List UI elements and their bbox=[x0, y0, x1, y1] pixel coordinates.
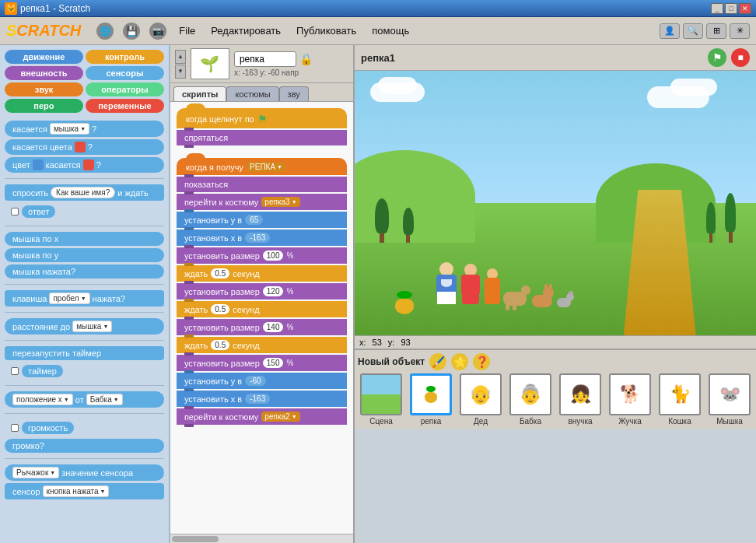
block-set-size4[interactable]: установить размер 150 % bbox=[177, 355, 347, 371]
block-set-size1[interactable]: установить размер 100 % bbox=[177, 247, 347, 264]
block-timer-row[interactable]: таймер bbox=[5, 363, 164, 380]
sprite-item-vnuchka[interactable]: 👧 внучка bbox=[557, 373, 604, 426]
block-touching-color[interactable]: касается цвета ? bbox=[5, 139, 164, 155]
add-sprite-paint-btn[interactable]: 🖌️ bbox=[429, 353, 446, 370]
block-volume-row[interactable]: громкость bbox=[5, 419, 164, 436]
sprite-item-repka[interactable]: репка bbox=[408, 373, 454, 426]
block-hide[interactable]: спрятаться bbox=[177, 130, 347, 145]
block-mouse-down[interactable]: мышка нажата? bbox=[5, 264, 164, 279]
maximize-button[interactable]: □ bbox=[725, 3, 737, 14]
block-switch-costume1[interactable]: перейти к костюму репка3 ▼ bbox=[177, 194, 347, 210]
block-slider-sensor[interactable]: Рычажок ▼ значение сенсора bbox=[5, 464, 164, 481]
star-icon[interactable]: ✳ bbox=[730, 23, 750, 39]
volume-reporter[interactable]: громкость bbox=[22, 422, 74, 434]
block-color-touching[interactable]: цвет касается ? bbox=[5, 157, 164, 173]
block-mouse-y[interactable]: мышка по y bbox=[5, 248, 164, 262]
globe-icon[interactable]: 🌐 bbox=[96, 23, 114, 40]
file-menu[interactable]: File bbox=[176, 23, 198, 38]
answer-reporter[interactable]: ответ bbox=[22, 205, 55, 218]
green-flag-button[interactable]: ⚑ bbox=[708, 48, 726, 67]
ask-input[interactable]: Как ваше имя? bbox=[51, 187, 115, 198]
char-vnuchka bbox=[483, 268, 502, 309]
costume-drop1[interactable]: репка3 ▼ bbox=[261, 197, 299, 207]
event-hat-flag[interactable]: когда щелкнут по ⚑ bbox=[177, 108, 347, 128]
sprite-item-koshka[interactable]: 🐈 Кошка bbox=[656, 373, 703, 426]
attr-sprite-dropdown[interactable]: Бабка ▼ bbox=[86, 394, 123, 405]
block-attribute-of[interactable]: положение x ▼ от Бабка ▼ bbox=[5, 391, 164, 408]
block-ask[interactable]: спросить Как ваше имя? и ждать bbox=[5, 184, 164, 201]
scene-item[interactable]: Сцена bbox=[358, 373, 404, 426]
sprite-item-babka[interactable]: 👵 Бабка bbox=[507, 373, 554, 426]
hscroll-thumb[interactable] bbox=[172, 536, 219, 542]
zoom-icon[interactable]: 🔍 bbox=[683, 23, 703, 39]
sprite-item-myshka[interactable]: 🐭 Мышка bbox=[706, 373, 753, 426]
timer-checkbox[interactable] bbox=[11, 367, 19, 375]
sprite-item-zhuchka[interactable]: 🐕 Жучка bbox=[607, 373, 653, 426]
expand-up-btn[interactable]: ▲ bbox=[175, 50, 186, 64]
category-pen[interactable]: перо bbox=[5, 99, 83, 113]
block-key-pressed[interactable]: клавиша пробел ▼ нажата? bbox=[5, 290, 164, 307]
block-set-size3[interactable]: установить размер 140 % bbox=[177, 319, 347, 335]
category-motion[interactable]: движение bbox=[5, 50, 83, 64]
tab-scripts[interactable]: скрипты bbox=[173, 86, 227, 101]
add-sprite-star-btn[interactable]: ⭐ bbox=[451, 353, 468, 370]
block-set-x1[interactable]: установить x в -163 bbox=[177, 229, 347, 246]
event-hat-receive[interactable]: когда я получу РЕПКА ▼ bbox=[177, 158, 347, 175]
scripts-hscroll[interactable] bbox=[170, 534, 353, 543]
block-show[interactable]: показаться bbox=[177, 177, 347, 192]
slider-dropdown[interactable]: Рычажок ▼ bbox=[12, 467, 59, 478]
window-title: репка1 - Scratch bbox=[20, 3, 711, 14]
block-answer[interactable]: ответ bbox=[5, 203, 164, 220]
layout-icon[interactable]: ⊞ bbox=[706, 23, 726, 39]
expand-down-btn[interactable]: ▼ bbox=[175, 65, 186, 79]
user-icon[interactable]: 👤 bbox=[660, 23, 680, 39]
attr-dropdown[interactable]: положение x ▼ bbox=[12, 394, 73, 405]
zhuchka-name: Жучка bbox=[618, 417, 642, 426]
block-wait3[interactable]: ждать 0.5 секунд bbox=[177, 337, 347, 353]
block-touching[interactable]: касается мышка ▼ ? bbox=[5, 121, 164, 137]
category-variables[interactable]: переменные bbox=[86, 99, 164, 113]
receive-dropdown[interactable]: РЕПКА ▼ bbox=[247, 162, 285, 172]
save-icon[interactable]: 💾 bbox=[123, 23, 140, 40]
block-set-y2[interactable]: установить y в -60 bbox=[177, 373, 347, 389]
block-switch-costume2[interactable]: перейти к костюму репка2 ▼ bbox=[177, 408, 347, 425]
block-set-x2[interactable]: установить x в -163 bbox=[177, 391, 347, 407]
share-menu[interactable]: Публиковать bbox=[293, 23, 359, 38]
block-loud[interactable]: громко? bbox=[5, 439, 164, 453]
sprite-name-input[interactable] bbox=[234, 51, 296, 67]
block-sensor-button[interactable]: сенсор кнопка нажата ▼ bbox=[5, 483, 164, 499]
category-sound[interactable]: звук bbox=[5, 82, 83, 96]
tab-sounds[interactable]: зву bbox=[279, 86, 309, 101]
block-set-y1[interactable]: установить y в 65 bbox=[177, 212, 347, 228]
touching-dropdown[interactable]: мышка ▼ bbox=[50, 123, 89, 135]
sensor-btn-dropdown[interactable]: кнопка нажата ▼ bbox=[43, 485, 110, 497]
scripts-canvas[interactable]: когда щелкнут по ⚑ спрятаться когда я по… bbox=[170, 102, 353, 534]
block-distance[interactable]: расстояние до мышка ▼ bbox=[5, 318, 164, 335]
answer-checkbox[interactable] bbox=[11, 208, 19, 215]
tab-costumes[interactable]: костюмы bbox=[226, 86, 278, 101]
minimize-button[interactable]: _ bbox=[711, 3, 723, 14]
photo-icon[interactable]: 📷 bbox=[149, 23, 166, 40]
distance-dropdown[interactable]: мышка ▼ bbox=[72, 321, 112, 332]
category-sensing[interactable]: сенсоры bbox=[86, 66, 164, 80]
block-mouse-x[interactable]: мышка по x bbox=[5, 232, 164, 246]
add-sprite-help-btn[interactable]: ❓ bbox=[473, 353, 490, 370]
costume-drop2[interactable]: репка2 ▼ bbox=[261, 412, 299, 422]
block-reset-timer[interactable]: перезапустить таймер bbox=[5, 346, 164, 360]
category-control[interactable]: контроль bbox=[86, 50, 164, 64]
category-looks[interactable]: внешность bbox=[5, 66, 83, 80]
sprite-item-ded[interactable]: 👴 Дед bbox=[457, 373, 504, 426]
block-wait2[interactable]: ждать 0.5 секунд bbox=[177, 301, 347, 317]
x-val2: -163 bbox=[245, 394, 270, 404]
category-operators[interactable]: операторы bbox=[86, 82, 164, 96]
key-dropdown[interactable]: пробел ▼ bbox=[49, 293, 89, 304]
tree-right1 bbox=[725, 193, 736, 243]
edit-menu[interactable]: Редактировать bbox=[208, 23, 284, 38]
block-set-size2[interactable]: установить размер 120 % bbox=[177, 283, 347, 300]
volume-checkbox[interactable] bbox=[11, 424, 19, 432]
block-wait1[interactable]: ждать 0.5 секунд bbox=[177, 265, 347, 282]
stop-button[interactable]: ■ bbox=[731, 48, 750, 67]
help-menu[interactable]: помощь bbox=[369, 23, 412, 38]
timer-reporter[interactable]: таймер bbox=[22, 365, 63, 377]
close-button[interactable]: ✕ bbox=[739, 3, 751, 14]
